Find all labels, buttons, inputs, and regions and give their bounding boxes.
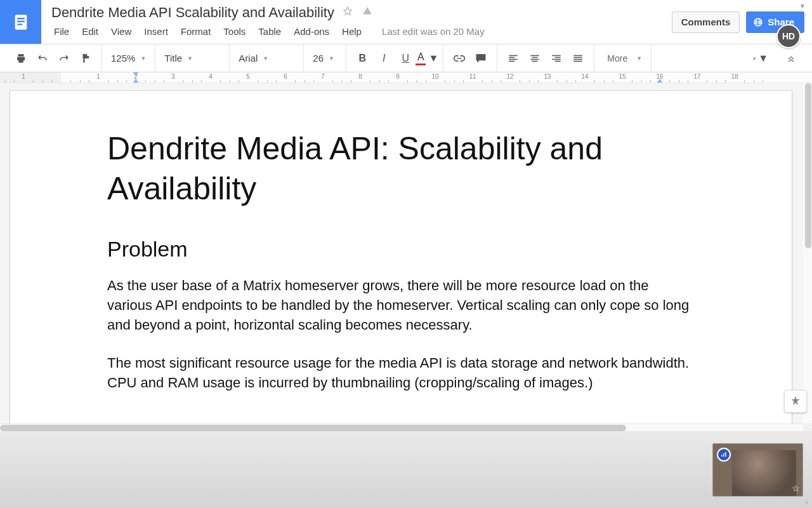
ruler-number: 10 (431, 73, 438, 80)
ruler-number: 15 (619, 73, 625, 80)
menu-file[interactable]: File (48, 23, 75, 39)
print-icon[interactable] (13, 51, 29, 66)
text-color-bar (416, 64, 426, 65)
menu-addons[interactable]: Add-ons (287, 23, 336, 39)
size-value: 26 (313, 53, 324, 64)
ruler-number: 17 (693, 73, 700, 80)
doc-paragraph[interactable]: As the user base of a Matrix homeserver … (107, 276, 695, 335)
thumbnail-star-icon[interactable]: ☆ (792, 483, 800, 493)
ruler-number: 5 (246, 73, 250, 80)
svg-rect-2 (17, 20, 25, 22)
ruler-number: 4 (209, 73, 213, 80)
undo-icon[interactable] (35, 51, 50, 66)
toolbar: 125%▼ Title▼ Arial▼ 26▼ B I U A▼ More▼ ▼ (0, 44, 812, 72)
ruler-number: 11 (469, 73, 476, 80)
bold-button[interactable]: B (355, 51, 370, 66)
ruler-number: 3 (171, 73, 175, 80)
doc-title-text[interactable]: Dendrite Media API: Scalability and Avai… (107, 129, 695, 209)
ruler-number: 1 (96, 73, 100, 80)
page-scroll-area[interactable]: Dendrite Media API: Scalability and Avai… (0, 83, 803, 424)
explore-icon (789, 395, 802, 408)
more-tools-dropdown[interactable]: More▼ (599, 50, 646, 67)
ruler-number: 18 (731, 73, 738, 80)
horizontal-scrollbar[interactable] (0, 424, 803, 431)
document-page[interactable]: Dendrite Media API: Scalability and Avai… (10, 91, 792, 424)
ruler-number: 6 (284, 73, 287, 80)
font-dropdown[interactable]: Arial▼ (235, 50, 298, 67)
doc-paragraph[interactable]: The most significant resource usage for … (107, 353, 695, 392)
menu-help[interactable]: Help (336, 23, 368, 39)
explore-button[interactable] (784, 390, 807, 413)
redo-icon[interactable] (56, 51, 72, 66)
menu-view[interactable]: View (105, 23, 138, 39)
font-size-dropdown[interactable]: 26▼ (309, 50, 341, 67)
document-title[interactable]: Dendrite Media API Scalability and Avail… (48, 3, 338, 22)
menubar: File Edit View Insert Format Tools Table… (48, 22, 664, 41)
avatar[interactable]: HD (776, 24, 801, 48)
text-color-a-icon: A (417, 51, 424, 63)
vertical-scrollbar[interactable] (803, 83, 812, 424)
editing-mode-dropdown[interactable]: ▼ (753, 51, 768, 66)
ruler-number: 1 (22, 73, 25, 80)
insert-link-icon[interactable] (452, 51, 467, 66)
underline-button[interactable]: U (398, 51, 413, 66)
paint-format-icon[interactable] (78, 51, 93, 66)
star-icon[interactable] (342, 6, 353, 20)
chevron-right-icon[interactable]: › (806, 497, 808, 507)
last-edit-text[interactable]: Last edit was on 20 May (376, 23, 491, 39)
account-chevron-icon[interactable]: ▼ (799, 3, 806, 10)
ruler-number: 13 (544, 73, 551, 80)
header-main: Dendrite Media API Scalability and Avail… (41, 0, 664, 44)
ruler-number: 12 (506, 73, 513, 80)
svg-rect-1 (17, 18, 25, 19)
move-to-drive-icon[interactable] (361, 6, 374, 20)
collapse-toolbar-icon[interactable] (783, 51, 799, 66)
docs-logo[interactable] (0, 0, 41, 44)
align-left-icon[interactable] (506, 51, 521, 66)
titlebar: Dendrite Media API Scalability and Avail… (48, 0, 664, 22)
globe-icon (752, 17, 764, 28)
align-right-icon[interactable] (549, 51, 564, 66)
menu-edit[interactable]: Edit (75, 23, 105, 39)
first-line-indent-marker[interactable] (133, 72, 139, 76)
menu-tools[interactable]: Tools (217, 23, 252, 39)
more-label: More (603, 53, 631, 64)
ruler[interactable]: 21123456789101112131415161718 (0, 72, 812, 83)
menu-format[interactable]: Format (174, 23, 218, 39)
ruler-number: 14 (581, 73, 588, 80)
italic-button[interactable]: I (376, 51, 391, 66)
zoom-value: 125% (111, 53, 135, 64)
font-value: Arial (239, 53, 258, 64)
header: Dendrite Media API Scalability and Avail… (0, 0, 812, 44)
ruler-number: 8 (358, 73, 362, 80)
svg-rect-3 (17, 23, 22, 25)
menu-table[interactable]: Table (252, 23, 287, 39)
docs-icon (12, 13, 30, 31)
scroll-thumb[interactable] (0, 425, 626, 431)
zoom-dropdown[interactable]: 125%▼ (107, 50, 150, 67)
comments-button[interactable]: Comments (672, 11, 740, 33)
text-color-button[interactable]: A▼ (419, 51, 435, 66)
doc-h2-problem[interactable]: Problem (107, 237, 695, 262)
scroll-thumb[interactable] (805, 83, 811, 248)
align-center-icon[interactable] (527, 51, 542, 66)
signal-icon (717, 448, 731, 462)
insert-comment-icon[interactable] (473, 51, 488, 66)
style-value: Title (164, 53, 182, 64)
video-feed (732, 450, 796, 496)
paragraph-style-dropdown[interactable]: Title▼ (160, 50, 224, 67)
align-justify-icon[interactable] (570, 51, 586, 66)
ruler-number: 9 (396, 73, 400, 80)
left-indent-marker[interactable] (133, 79, 139, 83)
right-indent-marker[interactable] (657, 79, 663, 83)
menu-insert[interactable]: Insert (138, 23, 174, 39)
hangouts-panel: ☆ › (0, 431, 812, 508)
ruler-number: 7 (321, 73, 325, 80)
workspace: Dendrite Media API: Scalability and Avai… (0, 83, 812, 508)
video-thumbnail[interactable]: ☆ (712, 443, 803, 497)
